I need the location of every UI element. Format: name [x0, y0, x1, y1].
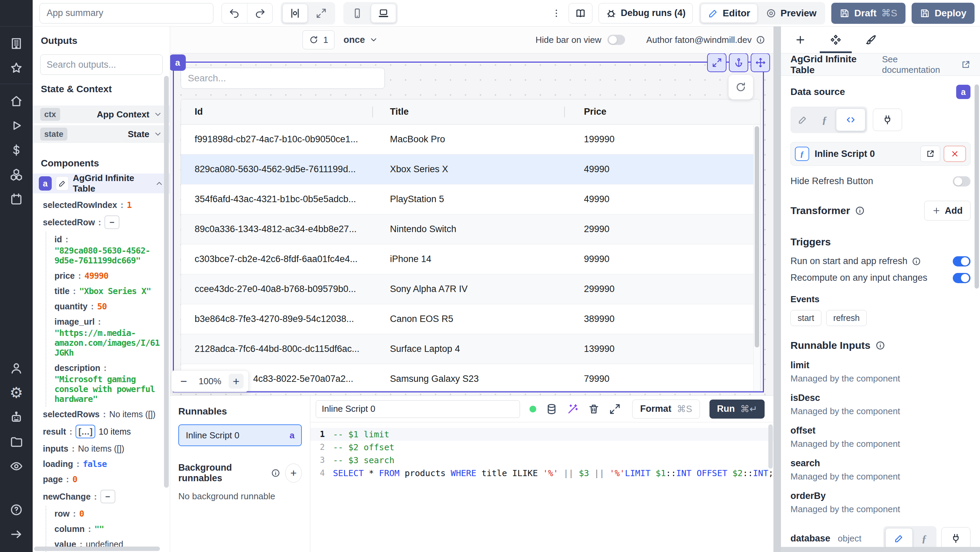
rail-audit-button[interactable]: [0, 454, 33, 479]
component-row-a[interactable]: a AgGrid Infinite Table: [33, 173, 170, 193]
table-row[interactable]: b3e864c8-7fe3-4270-89e9-54c12038...Canon…: [181, 304, 760, 334]
fullscreen-canvas-button[interactable]: [309, 4, 334, 23]
template-mode-button[interactable]: ƒ: [814, 110, 835, 130]
see-documentation-link[interactable]: See documentation: [882, 54, 970, 75]
draft-button[interactable]: Draft ⌘S: [831, 3, 905, 24]
component-settings-tab[interactable]: [830, 27, 842, 53]
tree-collapse-button[interactable]: […]: [76, 425, 95, 438]
info-icon[interactable]: [912, 257, 921, 266]
rail-account-button[interactable]: [0, 356, 33, 380]
format-button[interactable]: Format ⌘S: [632, 399, 700, 418]
run-button[interactable]: Run ⌘↵: [710, 399, 765, 418]
table-row[interactable]: 829ca080-5630-4562-9d5e-7611199d...Xbox …: [181, 154, 760, 185]
center-canvas-button[interactable]: [282, 4, 308, 23]
preview-tab[interactable]: Preview: [759, 4, 824, 23]
move-component-button[interactable]: [751, 53, 770, 72]
settings-horizontal-scrollbar[interactable]: [781, 547, 980, 552]
editor-tab[interactable]: Editor: [701, 4, 757, 23]
rail-variables-button[interactable]: [0, 138, 33, 162]
mobile-view-button[interactable]: [345, 4, 369, 23]
rail-workspace-button[interactable]: [0, 31, 33, 56]
code-line[interactable]: 3-- $3 search: [310, 453, 773, 466]
debug-runs-button[interactable]: Debug runs (4): [598, 3, 693, 24]
add-background-runnable-button[interactable]: +: [285, 463, 302, 483]
table-row[interactable]: 89c0a336-1343-4812-ac34-e4bb8e27...Ninte…: [181, 215, 760, 244]
app-canvas[interactable]: a IdTitlePrice f991898d-cb27-4ac7-b10c-0…: [170, 53, 773, 395]
outputs-vertical-scrollbar[interactable]: [164, 76, 169, 488]
refresh-count-button[interactable]: 1: [302, 30, 334, 49]
table-header-price[interactable]: Price: [565, 99, 760, 124]
info-icon[interactable]: [855, 205, 865, 216]
rail-expand-button[interactable]: [0, 522, 33, 547]
panel-splitter[interactable]: [773, 27, 781, 552]
rail-runs-button[interactable]: [0, 113, 33, 138]
info-icon[interactable]: [271, 468, 280, 478]
zoom-in-button[interactable]: +: [229, 374, 243, 389]
desktop-view-button[interactable]: [371, 4, 396, 23]
rail-schedules-button[interactable]: [0, 187, 33, 212]
rename-component-button[interactable]: [56, 176, 69, 191]
inline-script-mode-button[interactable]: [836, 108, 865, 131]
tree-collapse-button[interactable]: −: [100, 490, 115, 503]
hide-refresh-toggle[interactable]: [953, 176, 970, 186]
settings-vertical-scrollbar[interactable]: [975, 84, 979, 289]
docs-button[interactable]: [569, 3, 592, 24]
database-button[interactable]: [546, 403, 557, 415]
tree-collapse-button[interactable]: −: [105, 215, 119, 229]
connect-mode-button[interactable]: [873, 108, 902, 131]
state-row[interactable]: state State: [33, 125, 170, 143]
attached-script-row[interactable]: ƒ Inline Script 0: [791, 142, 970, 166]
table-row[interactable]: 354f6afd-43ac-4321-b1bc-0b5e5adcb...Play…: [181, 185, 760, 215]
rail-settings-button[interactable]: ⚙: [0, 380, 33, 405]
event-badge-start[interactable]: start: [791, 310, 821, 326]
schedule-dropdown[interactable]: once: [343, 35, 378, 45]
windmill-logo[interactable]: [0, 0, 33, 27]
expand-component-button[interactable]: [707, 53, 727, 72]
add-transformer-button[interactable]: Add: [924, 201, 970, 221]
event-badge-refresh[interactable]: refresh: [826, 310, 867, 326]
open-script-button[interactable]: [920, 146, 940, 162]
info-icon[interactable]: [756, 35, 765, 45]
anchor-component-button[interactable]: [729, 53, 748, 72]
rail-favorites-button[interactable]: [0, 56, 33, 80]
recompute-toggle[interactable]: [953, 273, 970, 283]
rail-folders-button[interactable]: [0, 430, 33, 454]
expand-editor-button[interactable]: [609, 403, 620, 415]
table-row[interactable]: ccee43dc-27e0-40a8-b768-b09579b0...Sony …: [181, 274, 760, 304]
run-on-start-toggle[interactable]: [953, 256, 970, 266]
table-header-id[interactable]: Id: [181, 99, 373, 124]
undo-button[interactable]: [222, 3, 247, 23]
database-static-mode-button[interactable]: [885, 528, 913, 549]
hide-bar-toggle[interactable]: [608, 35, 625, 45]
ai-assist-button[interactable]: [567, 403, 579, 415]
aggrid-component[interactable]: a IdTitlePrice f991898d-cb27-4ac7-b10c-0…: [173, 62, 764, 392]
table-refresh-button[interactable]: [729, 75, 753, 99]
static-mode-button[interactable]: [792, 110, 813, 130]
database-template-mode-button[interactable]: ƒ: [914, 528, 934, 548]
styling-tab[interactable]: [865, 27, 877, 53]
table-scrollbar[interactable]: [753, 125, 760, 391]
app-summary-input[interactable]: [40, 3, 213, 24]
more-menu-button[interactable]: [550, 8, 563, 18]
rail-help-button[interactable]: [0, 498, 33, 522]
table-row[interactable]: f991898d-cb27-4ac7-b10c-0b9050ce1...MacB…: [181, 124, 760, 154]
rail-home-button[interactable]: [0, 89, 33, 113]
code-line[interactable]: 2-- $2 offset: [310, 441, 773, 453]
ctx-row[interactable]: ctx App Context: [33, 105, 170, 123]
redo-button[interactable]: [247, 3, 272, 23]
rail-resources-button[interactable]: [0, 162, 33, 187]
zoom-out-button[interactable]: −: [176, 374, 191, 389]
runnable-item-inline-script-0[interactable]: Inline Script 0 a: [178, 425, 302, 446]
database-connect-mode-button[interactable]: [941, 527, 970, 550]
script-name-input[interactable]: [316, 400, 520, 418]
table-row[interactable]: c303bce7-cb2e-42c6-8fdf-6aa01fc4e4...iPh…: [181, 244, 760, 274]
delete-script-button[interactable]: [588, 403, 600, 415]
component-tag-badge[interactable]: a: [170, 54, 186, 71]
code-line[interactable]: 4SELECT * FROM products WHERE title ILIK…: [310, 466, 773, 479]
code-scrollbar[interactable]: [768, 425, 773, 469]
info-icon[interactable]: [875, 340, 885, 350]
detach-script-button[interactable]: [943, 146, 966, 162]
code-editor[interactable]: 1-- $1 limit2-- $2 offset3-- $3 search4S…: [310, 422, 773, 552]
outputs-search-input[interactable]: [40, 54, 163, 75]
rail-ai-button[interactable]: [0, 405, 33, 430]
